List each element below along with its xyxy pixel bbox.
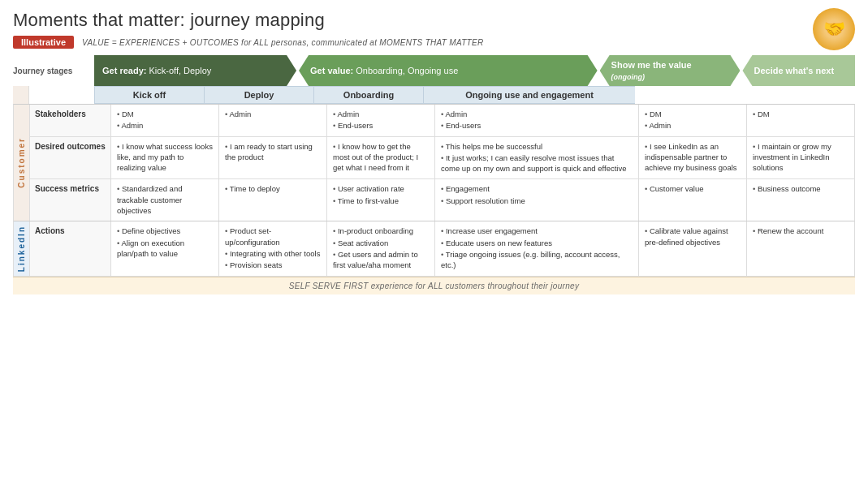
actions-row: Actions Define objectivesAlign on execut…	[30, 221, 854, 275]
bottom-note: SELF SERVE FIRST experience for ALL cust…	[13, 277, 855, 294]
stakeholders-kickoff: DMAdmin	[111, 105, 219, 136]
stakeholders-showvalue: DMAdmin	[639, 105, 747, 136]
col-header-decide	[745, 86, 855, 104]
column-headers: Kick off Deploy Onboarding Ongoing use a…	[94, 86, 855, 104]
success-metrics-showvalue: Customer value	[639, 179, 747, 221]
desired-outcomes-decide: I maintain or grow my investment in Link…	[747, 137, 854, 179]
success-metrics-ongoing: EngagementSupport resolution time	[435, 179, 639, 221]
page-title: Moments that matter: journey mapping	[13, 10, 855, 31]
stage-decide-title: Decide what's next	[754, 66, 834, 75]
stakeholders-row: Stakeholders DMAdmin Admin AdminEnd-user…	[30, 105, 854, 137]
stage-get-value: Get value: Onboarding, Ongoing use	[299, 55, 598, 86]
customer-rows: Stakeholders DMAdmin Admin AdminEnd-user…	[30, 105, 854, 221]
stakeholders-decide: DM	[747, 105, 854, 136]
col-header-showvalue	[635, 86, 745, 104]
desired-outcomes-deploy: I am ready to start using the product	[219, 137, 327, 179]
actions-onboarding: In-product onboardingSeat activationGet …	[327, 221, 435, 275]
col-header-ongoing: Ongoing use and engagement	[423, 86, 635, 104]
journey-stages-row: Journey stages Get ready: Kick-off, Depl…	[13, 55, 855, 86]
desired-outcomes-kickoff: I know what success looks like, and my p…	[111, 137, 219, 179]
actions-showvalue: Calibrate value against pre-defined obje…	[639, 221, 747, 275]
desired-outcomes-row: Desired outcomes I know what success loo…	[30, 137, 854, 180]
stage-get-ready-sub: Kick-off, Deploy	[149, 66, 211, 75]
success-metrics-kickoff: Standardized and trackable customer obje…	[111, 179, 219, 221]
actions-label: Actions	[30, 221, 111, 275]
success-metrics-onboarding: User activation rateTime to first-value	[327, 179, 435, 221]
success-metrics-decide: Business outcome	[747, 179, 854, 221]
stakeholders-ongoing: AdminEnd-users	[435, 105, 639, 136]
stage-get-ready-title: Get ready:	[102, 66, 149, 75]
stakeholders-onboarding: AdminEnd-users	[327, 105, 435, 136]
success-metrics-label: Success metrics	[30, 179, 111, 221]
subtitle-bar: Illustrative VALUE = EXPERIENCES + OUTCO…	[13, 36, 855, 49]
desired-outcomes-label: Desired outcomes	[30, 137, 111, 179]
actions-ongoing: Increase user engagementEducate users on…	[435, 221, 639, 275]
stage-show-value-sub: (ongoing)	[611, 73, 645, 81]
col-header-kickoff: Kick off	[94, 86, 204, 104]
col-header-onboarding: Onboarding	[313, 86, 423, 104]
linkedin-rows: Actions Define objectivesAlign on execut…	[30, 221, 854, 275]
page: 🤝 Moments that matter: journey mapping I…	[0, 0, 868, 490]
stage-get-value-sub: Onboarding, Ongoing use	[356, 66, 458, 75]
customer-section: Customer Stakeholders DMAdmin Admin Admi…	[13, 104, 855, 221]
actions-decide: Renew the account	[747, 221, 854, 275]
journey-stages-label: Journey stages	[13, 55, 94, 86]
stage-arrows: Get ready: Kick-off, Deploy Get value: O…	[94, 55, 855, 86]
col-header-deploy: Deploy	[204, 86, 313, 104]
value-text: VALUE = EXPERIENCES + OUTCOMES for ALL p…	[82, 38, 483, 47]
col-headers-row: Kick off Deploy Onboarding Ongoing use a…	[13, 86, 855, 104]
linkedin-side-label: LinkedIn	[14, 221, 30, 275]
desired-outcomes-showvalue: I see LinkedIn as an indispensable partn…	[639, 137, 747, 179]
stage-show-value: Show me the value (ongoing)	[600, 55, 741, 86]
desired-outcomes-onboarding: I know how to get the most out of the pr…	[327, 137, 435, 179]
success-metrics-deploy: Time to deploy	[219, 179, 327, 221]
linkedin-section: LinkedIn Actions Define objectivesAlign …	[13, 221, 855, 276]
actions-kickoff: Define objectivesAlign on execution plan…	[111, 221, 219, 275]
stakeholders-deploy: Admin	[219, 105, 327, 136]
actions-deploy: Product set-up/configurationIntegrating …	[219, 221, 327, 275]
success-metrics-row: Success metrics Standardized and trackab…	[30, 179, 854, 221]
stage-get-value-title: Get value:	[310, 66, 356, 75]
stage-decide: Decide what's next	[742, 55, 855, 86]
stage-show-value-title: Show me the value	[611, 60, 692, 70]
stakeholders-label: Stakeholders	[30, 105, 111, 136]
customer-side-label: Customer	[14, 105, 30, 221]
illustrative-badge: Illustrative	[13, 36, 74, 49]
logo: 🤝	[813, 8, 855, 50]
desired-outcomes-ongoing: This helps me be successfulIt just works…	[435, 137, 639, 179]
stage-get-ready: Get ready: Kick-off, Deploy	[94, 55, 296, 86]
